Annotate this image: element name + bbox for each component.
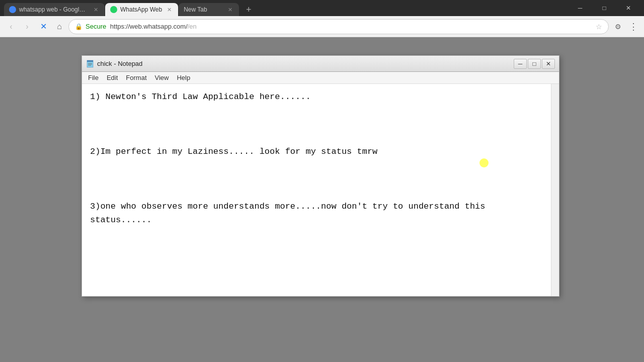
- back-button[interactable]: ‹: [4, 20, 18, 34]
- tab1-favicon: [9, 6, 16, 13]
- browser-minimize-button[interactable]: ─: [569, 0, 592, 16]
- notepad-title-text: chick - Notepad: [97, 60, 511, 67]
- browser-maximize-button[interactable]: □: [593, 0, 616, 16]
- menu-view[interactable]: View: [151, 73, 173, 82]
- notepad-content-area[interactable]: 1) Newton's Third Law Applicable here...…: [82, 84, 559, 296]
- notepad-menu-bar: File Edit Format View Help: [82, 72, 559, 84]
- menu-help[interactable]: Help: [173, 73, 194, 82]
- browser-window-controls: ─ □ ✕: [569, 0, 640, 16]
- menu-edit[interactable]: Edit: [103, 73, 122, 82]
- forward-button[interactable]: ›: [20, 20, 34, 34]
- notepad-scrollbar[interactable]: [551, 84, 559, 296]
- url-display: https://web.whatsapp.com//en: [110, 23, 197, 30]
- extensions-button[interactable]: ⚙: [611, 20, 625, 34]
- notepad-minimize-button[interactable]: ─: [514, 59, 527, 69]
- tab-whatsapp-web[interactable]: WhatsApp Web ✕: [105, 3, 178, 16]
- tab-whatsapp-google[interactable]: whatsapp web - Google ... ✕: [4, 3, 105, 16]
- svg-rect-1: [87, 60, 93, 62]
- tab-new-tab[interactable]: New Tab ✕: [179, 3, 239, 16]
- tab1-title: whatsapp web - Google ...: [19, 6, 89, 13]
- lock-icon: 🔒: [75, 23, 83, 30]
- nav-right-buttons: ⚙ ⋮: [611, 20, 640, 34]
- notepad-text-content[interactable]: 1) Newton's Third Law Applicable here...…: [82, 84, 551, 296]
- secure-label: Secure: [86, 23, 106, 30]
- notepad-app-icon: [86, 60, 94, 68]
- page-area: chick - Notepad ─ □ ✕ File Edit Format V…: [0, 37, 644, 362]
- browser-title-bar: whatsapp web - Google ... ✕ WhatsApp Web…: [0, 0, 644, 16]
- tab-bar: whatsapp web - Google ... ✕ WhatsApp Web…: [4, 0, 256, 16]
- notepad-maximize-button[interactable]: □: [528, 59, 541, 69]
- browser-nav-bar: ‹ › ✕ ⌂ 🔒 Secure https://web.whatsapp.co…: [0, 16, 644, 37]
- reload-button[interactable]: ✕: [36, 20, 50, 34]
- tab3-close[interactable]: ✕: [226, 6, 234, 14]
- menu-button[interactable]: ⋮: [626, 20, 640, 34]
- tab1-close[interactable]: ✕: [92, 6, 100, 14]
- menu-file[interactable]: File: [84, 73, 103, 82]
- new-tab-button[interactable]: +: [242, 3, 256, 16]
- tab3-title: New Tab: [184, 6, 223, 13]
- tab2-favicon: [110, 6, 117, 13]
- notepad-window-controls: ─ □ ✕: [514, 59, 555, 69]
- tab2-title: WhatsApp Web: [120, 6, 162, 13]
- address-text: Secure https://web.whatsapp.com//en: [86, 23, 593, 30]
- notepad-title-bar: chick - Notepad ─ □ ✕: [82, 56, 559, 72]
- notepad-close-button[interactable]: ✕: [542, 59, 555, 69]
- menu-format[interactable]: Format: [122, 73, 150, 82]
- browser-close-button[interactable]: ✕: [617, 0, 640, 16]
- notepad-window: chick - Notepad ─ □ ✕ File Edit Format V…: [82, 55, 559, 297]
- tab2-close[interactable]: ✕: [165, 6, 173, 14]
- home-button[interactable]: ⌂: [52, 20, 66, 34]
- bookmark-star-icon[interactable]: ☆: [596, 23, 602, 31]
- browser-chrome: whatsapp web - Google ... ✕ WhatsApp Web…: [0, 0, 644, 37]
- address-bar[interactable]: 🔒 Secure https://web.whatsapp.com//en ☆: [68, 19, 609, 34]
